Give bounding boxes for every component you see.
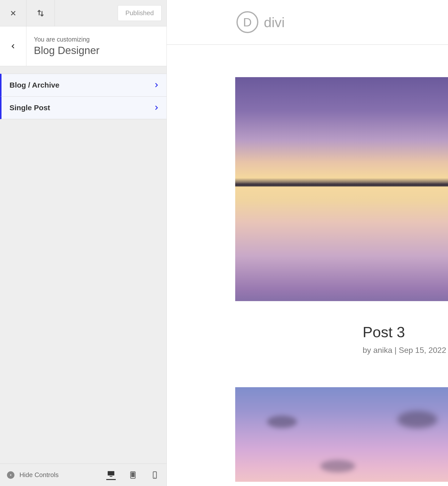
publish-area: Published xyxy=(55,5,167,21)
hide-controls-label: Hide Controls xyxy=(19,471,59,479)
panel-title: Blog Designer xyxy=(34,45,159,56)
svg-rect-3 xyxy=(131,472,134,477)
reorder-button[interactable] xyxy=(26,0,55,26)
meta-date: Sep 15, 2022 xyxy=(399,346,446,355)
site-header: D divi xyxy=(167,0,448,45)
logo-mark: D xyxy=(236,11,258,33)
tablet-preview-button[interactable] xyxy=(128,470,138,480)
meta-separator: | xyxy=(394,346,399,355)
post-featured-image[interactable] xyxy=(235,77,448,301)
close-button[interactable] xyxy=(0,0,26,26)
meta-author-link[interactable]: anika xyxy=(373,346,392,355)
post-featured-image[interactable] xyxy=(235,387,448,482)
logo-text: divi xyxy=(264,14,285,30)
nav-item-label: Blog / Archive xyxy=(9,81,59,89)
chevron-right-icon xyxy=(153,105,160,111)
panel-title-area: You are customizing Blog Designer xyxy=(26,26,167,66)
publish-button[interactable]: Published xyxy=(118,5,162,21)
panel-header: You are customizing Blog Designer xyxy=(0,26,167,66)
site-logo[interactable]: D divi xyxy=(236,11,285,33)
chevron-left-icon xyxy=(10,43,16,50)
preview-content: Post 3 by anika | Sep 15, 2022 xyxy=(167,45,448,482)
mobile-preview-button[interactable] xyxy=(150,470,160,480)
post-title[interactable]: Post 3 xyxy=(363,324,448,341)
hide-controls-button[interactable]: Hide Controls xyxy=(7,471,59,479)
tablet-icon xyxy=(129,471,137,479)
back-button[interactable] xyxy=(0,26,26,66)
desktop-preview-button[interactable] xyxy=(106,470,116,480)
svg-point-5 xyxy=(155,477,155,478)
preview-pane: D divi Post 3 by anika | Sep 15, 2022 xyxy=(167,0,448,486)
sort-arrows-icon xyxy=(36,9,45,17)
close-icon xyxy=(9,9,17,17)
meta-by: by xyxy=(363,346,371,355)
nav-item-label: Single Post xyxy=(9,104,50,112)
collapse-left-icon xyxy=(7,471,14,479)
svg-rect-1 xyxy=(110,476,112,477)
desktop-icon xyxy=(107,470,115,478)
customizing-label: You are customizing xyxy=(34,36,159,43)
nav-item-blog-archive[interactable]: Blog / Archive xyxy=(0,74,167,97)
nav-item-single-post[interactable]: Single Post xyxy=(0,96,167,119)
sidebar-footer: Hide Controls xyxy=(0,464,167,486)
sidebar-top-bar: Published xyxy=(0,0,167,26)
post-meta: by anika | Sep 15, 2022 xyxy=(363,346,448,355)
device-preview-toggles xyxy=(106,470,160,480)
customizer-sidebar: Published You are customizing Blog Desig… xyxy=(0,0,167,486)
nav-list: Blog / Archive Single Post xyxy=(0,74,167,119)
chevron-right-icon xyxy=(153,82,160,88)
mobile-icon xyxy=(151,471,159,479)
svg-rect-0 xyxy=(108,471,114,475)
